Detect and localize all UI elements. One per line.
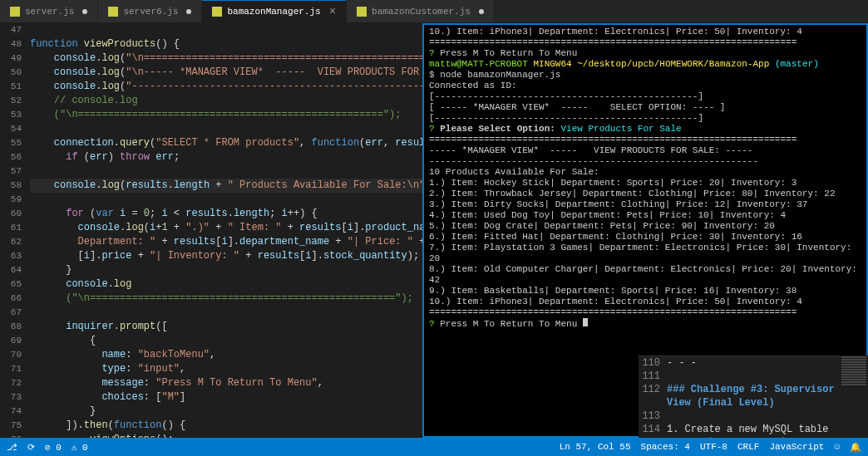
status-errors[interactable]: ⊘ 0 bbox=[45, 442, 62, 453]
status-encoding[interactable]: UTF-8 bbox=[700, 442, 727, 453]
status-ln-col[interactable]: Ln 57, Col 55 bbox=[560, 442, 631, 453]
js-file-icon bbox=[108, 7, 118, 17]
tab-bamazonCustomer-js[interactable]: bamazonCustomer.js bbox=[347, 0, 495, 22]
code-area[interactable]: function viewProducts() { console.log("\… bbox=[30, 23, 422, 438]
tab-server6-js[interactable]: server6.js bbox=[98, 0, 202, 22]
js-file-icon bbox=[10, 7, 20, 17]
dirty-dot-icon bbox=[479, 9, 484, 14]
tab-bamazonManager-js[interactable]: bamazonManager.js× bbox=[202, 0, 347, 22]
sync-icon[interactable]: ⟳ bbox=[27, 442, 35, 453]
status-spaces[interactable]: Spaces: 4 bbox=[641, 442, 690, 453]
editor-tabs: server.jsserver6.jsbamazonManager.js×bam… bbox=[0, 0, 868, 23]
minimap[interactable] bbox=[840, 355, 868, 438]
close-icon[interactable]: × bbox=[329, 5, 336, 18]
branch-icon[interactable]: ⎇ bbox=[7, 442, 17, 453]
bell-icon[interactable]: 🔔 bbox=[850, 442, 861, 453]
js-file-icon bbox=[212, 7, 222, 17]
markdown-preview[interactable]: 110- - -111112### Challenge #3: Supervis… bbox=[639, 355, 840, 438]
line-gutter: 4748495051525354555657585960616263646566… bbox=[0, 23, 30, 438]
code-editor[interactable]: 4748495051525354555657585960616263646566… bbox=[0, 23, 422, 438]
status-warnings[interactable]: ⚠ 0 bbox=[72, 442, 88, 453]
status-bar: ⎇ ⟳ ⊘ 0 ⚠ 0 Ln 57, Col 55 Spaces: 4 UTF-… bbox=[0, 438, 868, 456]
dirty-dot-icon bbox=[186, 9, 191, 14]
js-file-icon bbox=[357, 7, 367, 17]
tab-server-js[interactable]: server.js bbox=[0, 0, 98, 22]
status-eol[interactable]: CRLF bbox=[737, 442, 759, 453]
dirty-dot-icon bbox=[82, 9, 87, 14]
feedback-icon[interactable]: ☺ bbox=[834, 442, 840, 453]
status-language[interactable]: JavaScript bbox=[769, 442, 824, 453]
